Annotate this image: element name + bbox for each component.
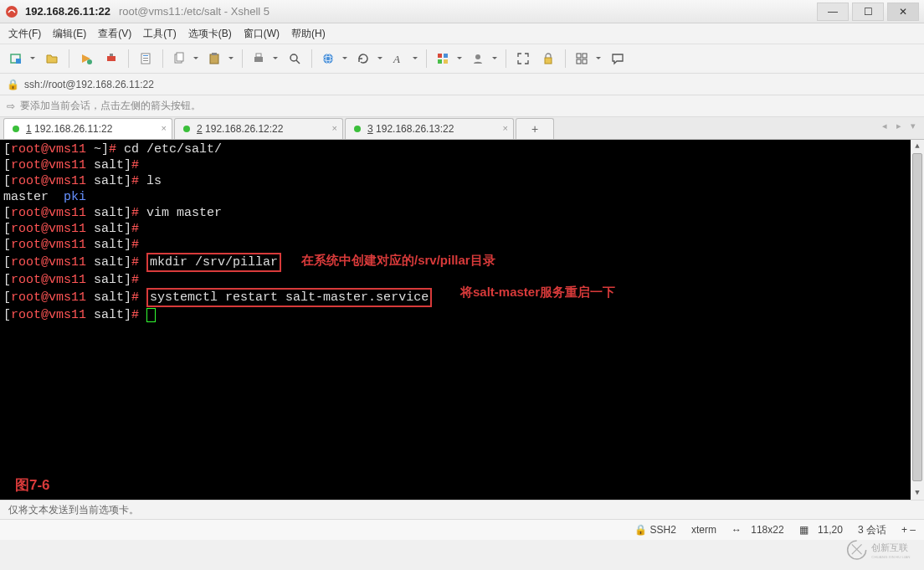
reconnect-icon[interactable] <box>74 47 98 70</box>
svg-rect-30 <box>577 59 581 64</box>
scrollbar[interactable]: ▲ ▼ <box>911 140 924 500</box>
profile-icon[interactable] <box>467 47 501 70</box>
close-button[interactable]: ✕ <box>887 3 919 21</box>
menu-edit[interactable]: 编辑(E) <box>53 27 86 41</box>
print-icon[interactable] <box>248 47 281 70</box>
disconnect-icon[interactable] <box>100 47 123 70</box>
svg-line-17 <box>296 60 300 64</box>
separator-icon <box>128 49 129 68</box>
app-icon <box>5 5 18 18</box>
font-icon[interactable]: A <box>388 47 421 70</box>
tab-strip: 1 192.168.26.11:22 × 2 192.168.26.12:22 … <box>0 117 924 140</box>
svg-point-18 <box>323 54 333 64</box>
scroll-up-icon[interactable]: ▲ <box>911 140 924 153</box>
tab-close-icon[interactable]: × <box>332 123 337 133</box>
hint-text: 要添加当前会话，点击左侧的箭头按钮。 <box>20 99 201 113</box>
svg-text:CHUANG XIN HU LIAN: CHUANG XIN HU LIAN <box>871 555 910 559</box>
separator-icon <box>311 49 312 68</box>
window-title-host: 192.168.26.11:22 <box>25 5 110 18</box>
highlighted-command: mkdir /srv/pillar <box>146 253 281 272</box>
watermark-logo: 创新互联 CHUANG XIN HU LIAN <box>844 535 919 565</box>
svg-rect-25 <box>444 59 448 64</box>
tab-nav-arrows[interactable]: ◂ ▸ ▾ <box>882 121 919 131</box>
tile-icon[interactable] <box>571 47 604 70</box>
menu-window[interactable]: 窗口(W) <box>244 27 280 41</box>
separator-icon <box>426 49 427 68</box>
open-icon[interactable] <box>40 47 64 70</box>
menubar: 文件(F) 编辑(E) 查看(V) 工具(T) 选项卡(B) 窗口(W) 帮助(… <box>0 23 924 44</box>
separator-icon <box>162 49 163 68</box>
figure-label: 图7-6 <box>15 477 50 493</box>
new-tab-icon[interactable] <box>5 47 38 70</box>
separator-icon <box>69 49 69 68</box>
window-title-path: root@vms11:/etc/salt - Xshell 5 <box>119 5 270 18</box>
status-dot-icon <box>183 126 190 132</box>
tab-close-icon[interactable]: × <box>162 123 167 133</box>
status-zoom[interactable]: + – <box>901 524 916 536</box>
history-icon[interactable] <box>352 47 386 70</box>
lock-icon: 🔒 <box>634 524 647 536</box>
tab-add-button[interactable]: + <box>516 118 554 139</box>
status-hint-text: 仅将文本发送到当前选项卡。 <box>8 503 139 517</box>
annotation-1: 在系统中创建对应的/srv/pillar目录 <box>301 252 495 268</box>
terminal-line: [root@vms11 salt]# <box>3 221 921 237</box>
svg-rect-8 <box>143 58 148 59</box>
globe-icon[interactable] <box>317 47 351 70</box>
svg-rect-9 <box>143 60 148 61</box>
chat-icon[interactable] <box>606 47 629 70</box>
terminal[interactable]: [root@vms11 ~]# cd /etc/salt/[root@vms11… <box>0 140 924 500</box>
svg-text:A: A <box>393 53 400 65</box>
menu-file[interactable]: 文件(F) <box>8 27 41 41</box>
svg-point-26 <box>475 54 480 59</box>
menu-tools[interactable]: 工具(T) <box>143 27 176 41</box>
copy-icon[interactable] <box>168 47 202 70</box>
tab-2[interactable]: 2 192.168.26.12:22 × <box>174 118 343 139</box>
svg-point-0 <box>6 6 18 18</box>
svg-rect-22 <box>438 54 442 58</box>
svg-rect-23 <box>444 54 448 58</box>
properties-icon[interactable] <box>134 47 157 70</box>
terminal-line: [root@vms11 salt]# <box>3 237 921 253</box>
svg-rect-14 <box>254 57 263 62</box>
highlighted-command: systemctl restart salt-master.service <box>146 288 432 307</box>
lock-session-icon[interactable] <box>536 47 560 70</box>
fullscreen-icon[interactable] <box>511 47 535 70</box>
scroll-thumb[interactable] <box>912 153 922 481</box>
status-dot-icon <box>354 126 361 132</box>
menu-view[interactable]: 查看(V) <box>98 27 131 41</box>
status-cursor: ▦ 11,20 <box>799 524 843 536</box>
tab-3[interactable]: 3 192.168.26.13:22 × <box>345 118 514 139</box>
svg-rect-28 <box>577 54 581 58</box>
paste-icon[interactable] <box>203 47 237 70</box>
grid-icon: ▦ <box>799 524 808 536</box>
toolbar: A <box>0 44 924 74</box>
tab-close-icon[interactable]: × <box>503 123 508 133</box>
arrow-icon[interactable]: ⇨ <box>7 100 15 112</box>
terminal-line: [root@vms11 salt]# ls <box>3 173 921 189</box>
scroll-down-icon[interactable]: ▼ <box>911 486 924 500</box>
minimize-button[interactable]: — <box>817 3 849 21</box>
address-bar[interactable]: 🔒 ssh://root@192.168.26.11:22 <box>0 74 924 95</box>
svg-point-16 <box>290 54 297 61</box>
svg-rect-4 <box>107 56 116 61</box>
tab-label: 3 192.168.26.13:22 <box>367 123 454 135</box>
tab-label: 1 192.168.26.11:22 <box>26 123 112 135</box>
color-icon[interactable] <box>432 47 465 70</box>
svg-text:创新互联: 创新互联 <box>871 542 908 552</box>
svg-rect-27 <box>545 58 552 64</box>
separator-icon <box>242 49 243 68</box>
svg-rect-2 <box>16 59 21 64</box>
tab-label: 2 192.168.26.12:22 <box>197 123 283 135</box>
maximize-button[interactable]: ☐ <box>852 3 884 21</box>
titlebar: 192.168.26.11:22 root@vms11:/etc/salt - … <box>0 0 924 23</box>
svg-point-3 <box>87 59 92 64</box>
menu-help[interactable]: 帮助(H) <box>291 27 326 41</box>
hint-bar: ⇨ 要添加当前会话，点击左侧的箭头按钮。 <box>0 95 924 117</box>
separator-icon <box>506 49 506 68</box>
menu-tabs[interactable]: 选项卡(B) <box>188 27 232 41</box>
annotation-2: 将salt-master服务重启一下 <box>460 284 615 300</box>
tab-1[interactable]: 1 192.168.26.11:22 × <box>3 118 172 139</box>
svg-rect-12 <box>210 54 218 64</box>
svg-rect-5 <box>110 54 113 56</box>
find-icon[interactable] <box>283 47 306 70</box>
